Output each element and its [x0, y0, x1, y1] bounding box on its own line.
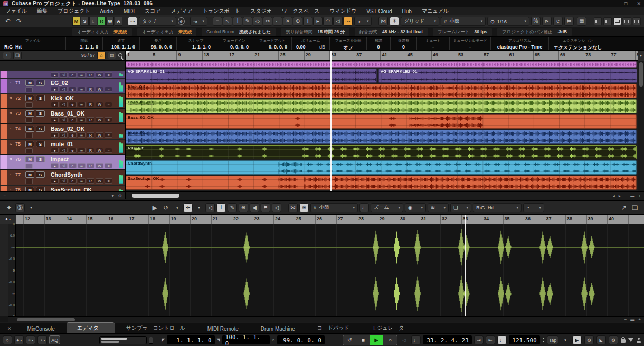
monitor-icon[interactable]: ◁ — [60, 102, 68, 107]
track-solo-button[interactable]: S — [36, 80, 45, 86]
channel-strip-icon[interactable]: ≡ — [105, 163, 112, 168]
audio-event-RiG_Hit[interactable]: RiG_Hit — [126, 145, 637, 159]
menu-item-11[interactable]: VST Cloud — [366, 8, 392, 14]
info-field-2[interactable]: 終了100. 1. 1. 0 — [103, 37, 140, 50]
monitor-icon[interactable]: ◁ — [60, 148, 68, 153]
track-settings-gear-icon[interactable]: ⚙ — [118, 194, 122, 198]
midi-in-activity-icon[interactable]: ▶ — [572, 335, 582, 344]
audio-event[interactable] — [126, 61, 637, 68]
automation-l-button[interactable]: L — [89, 17, 97, 26]
record-enable-icon[interactable]: ● — [51, 163, 59, 168]
info-field-1[interactable]: 開始1. 1. 1. 0 — [66, 37, 103, 50]
metronome-icon[interactable]: ◣ — [596, 335, 606, 344]
project-horizontal-scrollbar[interactable]: ◂ ▸ − ▬ + — [126, 191, 644, 199]
audio-record-mode-dropdown[interactable]: ●▾ — [14, 335, 24, 344]
track-mute-button[interactable]: M — [25, 187, 34, 191]
position-display[interactable]: 33. 2. 4. 23 — [423, 335, 472, 344]
automation-settings-button[interactable]: e — [178, 17, 185, 25]
crossfade-icon[interactable]: ⋈ — [378, 17, 388, 26]
edit-channel-icon[interactable]: e — [69, 163, 77, 168]
menu-item-8[interactable]: スタジオ — [250, 7, 272, 15]
editor-horizontal-scrollbar[interactable]: − ▬ + — [8, 316, 644, 322]
edit-channel-icon[interactable]: e — [69, 117, 77, 122]
track-mute-button[interactable]: M — [25, 110, 34, 117]
info-field-0[interactable]: ファイルRiG_Hit — [0, 37, 66, 50]
info-field-7[interactable]: ボリューム0.00dB — [292, 37, 330, 50]
edit-channel-icon[interactable]: e — [69, 132, 77, 138]
record-enable-icon[interactable]: ● — [51, 148, 59, 153]
open-in-window-icon[interactable]: ↗ — [619, 203, 629, 212]
punch-out-icon[interactable]: ⇤ — [486, 335, 495, 344]
channel-strip-icon[interactable]: ≡ — [105, 72, 112, 78]
zoom-in-icon[interactable]: + — [638, 194, 641, 198]
preroll-icon[interactable]: ◁ — [400, 335, 409, 344]
audio-event-ChordSynth[interactable]: ChordSynth — [126, 160, 637, 175]
info-field-4[interactable]: スナップ1. 1. 1. 0 — [177, 37, 215, 50]
freeze-icon[interactable]: ∞ — [78, 86, 86, 92]
channel-strip-icon[interactable]: ≡ — [105, 148, 112, 153]
record-enable-icon[interactable]: ● — [51, 102, 59, 107]
editor-audition-loop-icon[interactable]: ↺ — [161, 203, 171, 212]
quantize-panel-icon[interactable]: e — [553, 17, 563, 26]
editor-window-icon[interactable]: ❏ — [630, 203, 640, 212]
freeze-icon[interactable]: ∞ — [78, 178, 86, 184]
write-automation-icon[interactable]: W — [96, 117, 103, 122]
write-automation-icon[interactable]: W — [96, 72, 103, 78]
snap-type-dropdown[interactable]: グリッド — [401, 17, 439, 26]
info-field-3[interactable]: 長さ99. 0. 0. 0 — [140, 37, 177, 50]
write-automation-icon[interactable]: W — [96, 148, 103, 153]
input-option-box[interactable] — [25, 164, 33, 169]
editor-scrub-icon[interactable]: ◀ — [250, 203, 259, 212]
editor-color-dropdown[interactable]: ◔ — [523, 203, 544, 212]
color-tool-dropdown[interactable]: ◑ — [354, 17, 372, 26]
channel-strip-icon[interactable]: ≡ — [105, 102, 112, 107]
track-row-mute_01[interactable]: ≈75MSmute_01●◁e∞RW≡ — [0, 140, 126, 155]
editor-grid-dropdown[interactable]: #小節 — [310, 203, 358, 212]
freeze-icon[interactable]: ∞ — [78, 163, 86, 168]
record-enable-icon[interactable]: ● — [51, 178, 59, 184]
editor-ruler[interactable]: 1213141516171819202122232425262728293031… — [16, 215, 644, 224]
erase-tool-icon[interactable]: ◇ — [253, 17, 262, 26]
record-enable-icon[interactable]: ● — [51, 86, 59, 92]
autoscroll-dropdown[interactable]: ⇥ — [190, 17, 207, 26]
automation-w-button[interactable]: W — [106, 17, 114, 26]
split-tool-icon[interactable]: ✂ — [263, 17, 272, 26]
pin-icon[interactable]: ✦ — [4, 203, 14, 212]
tab-コードパッド[interactable]: コードパッド — [307, 323, 360, 333]
read-automation-icon[interactable]: R — [87, 163, 94, 168]
monitor-icon[interactable]: ◁ — [60, 117, 68, 122]
editor-zoom-icon[interactable]: ⊕ — [239, 203, 248, 212]
channel-strip-icon[interactable]: ≡ — [105, 178, 112, 184]
cycle-button[interactable]: ↺ — [343, 335, 356, 345]
channel-strip-icon[interactable]: ≡ — [105, 132, 112, 138]
track-row-ChordSynth[interactable]: ≈77MSChordSynth●◁e∞RW≡ — [0, 170, 126, 185]
left-locator-field[interactable]: 1. 1. 1. 0 — [167, 335, 214, 344]
midi-mode-dropdown[interactable]: ◔▾ — [37, 335, 47, 344]
ruler-caret-icon[interactable]: ▾ — [640, 54, 642, 58]
minimize-icon[interactable]: ─ — [612, 1, 615, 6]
read-automation-icon[interactable]: R — [87, 148, 94, 153]
audio-event-Kick_OK[interactable]: Kick_OK — [126, 84, 637, 98]
grid-type-dropdown[interactable]: #小節 — [441, 17, 486, 26]
punch-in-icon[interactable]: ⇥ — [474, 335, 484, 344]
info-field-10[interactable]: 微調整0 — [391, 37, 417, 50]
track-mute-button[interactable]: M — [25, 141, 34, 147]
info-field-6[interactable]: フェードアウト0. 0. 0. 0 — [253, 37, 292, 50]
editor-audition-play-icon[interactable]: ▶ — [150, 203, 159, 212]
automation-m-button[interactable]: M — [72, 17, 80, 26]
input-option-box[interactable] — [25, 148, 33, 153]
vertical-scroll-thumb[interactable] — [639, 62, 643, 86]
channel-strip-icon[interactable]: ≡ — [105, 86, 112, 92]
editor-draw-icon[interactable]: ✎ — [228, 203, 237, 212]
track-preset-icon[interactable]: ❏ — [13, 52, 22, 59]
channel-strip-icon[interactable]: ≡ — [105, 117, 112, 122]
menu-item-9[interactable]: ワークスペース — [282, 7, 319, 15]
tab-モジュレーター[interactable]: モジュレーター — [361, 323, 420, 333]
swing-quantize-icon[interactable]: % — [531, 17, 541, 26]
range-tool-icon[interactable]: I — [233, 17, 242, 26]
track-list-view-icon[interactable]: ▤ — [108, 52, 116, 59]
lock-icon[interactable] — [621, 339, 626, 343]
tab-サンプラーコントロール[interactable]: サンプラーコントロール — [116, 323, 196, 333]
edit-channel-icon[interactable]: e — [69, 102, 77, 107]
undo-icon[interactable]: ↶ — [3, 17, 13, 26]
